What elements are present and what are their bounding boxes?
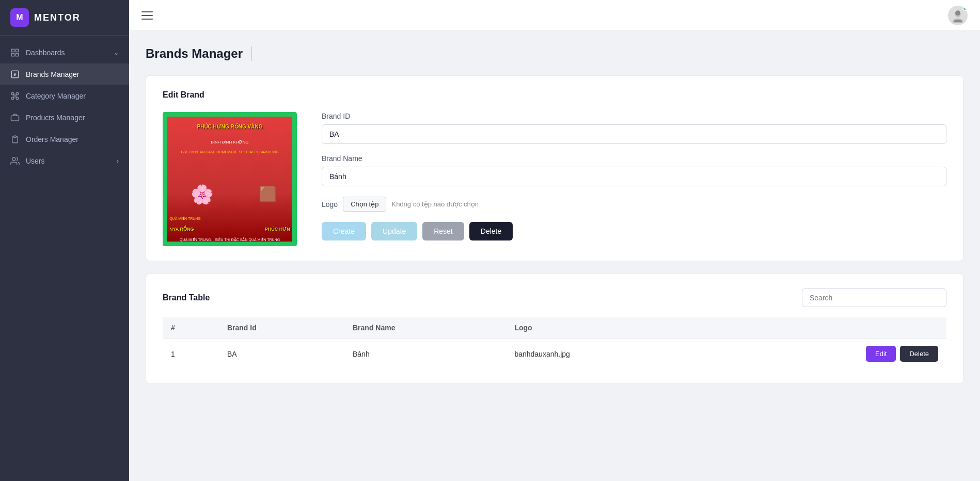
col-logo: Logo <box>506 317 703 339</box>
table-card-header: Brand Table <box>163 288 946 307</box>
delete-row-button[interactable]: Delete <box>900 346 938 362</box>
create-button[interactable]: Create <box>322 222 366 241</box>
users-icon <box>10 156 20 166</box>
brand-id-label: Brand ID <box>322 112 946 120</box>
svg-rect-0 <box>11 49 14 52</box>
chevron-down-icon: ⌄ <box>114 49 119 56</box>
sidebar-item-label: Products Manager <box>26 114 85 122</box>
brand-name-group: Brand Name <box>322 154 946 186</box>
decorative-flower: 🌸 <box>191 184 214 205</box>
cell-logo: banhdauxanh.jpg <box>506 339 703 370</box>
brand-image-preview: PHÚC HƯNG RỒNG VÀNG BÌNH ĐỊNH KHỚNG GREE… <box>163 112 297 246</box>
reset-button[interactable]: Reset <box>422 222 464 241</box>
decorative-box: 🟫 <box>259 186 277 203</box>
sidebar: M MENTOR Dashboards ⌄ Brands Manager Cat… <box>0 0 129 481</box>
svg-point-5 <box>14 95 17 98</box>
cell-brand-name: Bánh <box>344 339 506 370</box>
brand-name-label: Brand Name <box>322 154 946 163</box>
svg-rect-1 <box>16 49 19 52</box>
app-logo: M MENTOR <box>0 0 129 36</box>
sidebar-item-orders-manager[interactable]: Orders Manager <box>0 129 129 150</box>
col-brand-name: Brand Name <box>344 317 506 339</box>
svg-point-6 <box>11 92 14 95</box>
hamburger-icon[interactable] <box>141 11 153 20</box>
edit-row-button[interactable]: Edit <box>866 346 896 362</box>
table-header: # Brand Id Brand Name Logo <box>163 317 946 339</box>
table-body: 1 BA Bánh banhdauxanh.jpg Edit Delete <box>163 339 946 370</box>
svg-point-8 <box>11 97 14 100</box>
search-input[interactable] <box>802 288 946 307</box>
svg-point-7 <box>16 92 19 95</box>
svg-point-14 <box>955 10 960 15</box>
logo-icon: M <box>10 8 29 27</box>
sidebar-item-dashboards[interactable]: Dashboards ⌄ <box>0 42 129 63</box>
no-file-text: Không có tệp nào được chọn <box>391 200 479 208</box>
table-row: 1 BA Bánh banhdauxanh.jpg Edit Delete <box>163 339 946 370</box>
edit-brand-layout: PHÚC HƯNG RỒNG VÀNG BÌNH ĐỊNH KHỚNG GREE… <box>163 112 946 246</box>
col-actions <box>703 317 946 339</box>
brand-table: # Brand Id Brand Name Logo 1 BA Bánh ban… <box>163 317 946 369</box>
brand-table-title: Brand Table <box>163 293 210 302</box>
svg-point-9 <box>16 97 19 100</box>
brand-id-input[interactable] <box>322 124 946 144</box>
sidebar-item-users[interactable]: Users › <box>0 150 129 172</box>
svg-rect-3 <box>11 54 14 56</box>
choose-file-button[interactable]: Chọn tệp <box>343 197 386 212</box>
sidebar-item-category-manager[interactable]: Category Manager <box>0 85 129 107</box>
logo-label: Logo <box>322 200 338 209</box>
brand-fields: Brand ID Brand Name Logo Chọn tệp Không … <box>322 112 946 241</box>
col-brand-id: Brand Id <box>219 317 344 339</box>
cell-index: 1 <box>163 339 219 370</box>
brand-id-group: Brand ID <box>322 112 946 144</box>
svg-rect-10 <box>14 136 17 137</box>
sidebar-item-label: Orders Manager <box>26 135 78 143</box>
content-area: Brands Manager Edit Brand PHÚC HƯNG RỒNG… <box>129 31 980 481</box>
sidebar-item-label: Users <box>26 157 45 165</box>
topbar <box>129 0 980 31</box>
user-avatar <box>948 6 968 25</box>
page-title: Brands Manager <box>146 46 243 61</box>
online-indicator <box>962 6 968 11</box>
update-button[interactable]: Update <box>371 222 417 241</box>
cell-brand-id: BA <box>219 339 344 370</box>
svg-rect-2 <box>16 54 19 56</box>
dashboard-icon <box>10 48 20 57</box>
orders-icon <box>10 135 20 144</box>
chevron-right-icon: › <box>117 157 119 165</box>
brand-table-card: Brand Table # Brand Id Brand Name Logo 1 <box>146 274 963 384</box>
sidebar-item-label: Brands Manager <box>26 70 80 78</box>
brand-name-input[interactable] <box>322 167 946 186</box>
cell-actions: Edit Delete <box>703 339 946 370</box>
sidebar-item-label: Dashboards <box>26 49 65 57</box>
logo-upload-row: Logo Chọn tệp Không có tệp nào được chọn <box>322 197 946 212</box>
products-icon <box>10 113 20 122</box>
title-divider <box>251 46 252 61</box>
page-title-bar: Brands Manager <box>146 46 963 61</box>
edit-brand-title: Edit Brand <box>163 90 946 100</box>
row-actions: Edit Delete <box>712 346 938 362</box>
sidebar-item-label: Category Manager <box>26 92 86 100</box>
brands-icon <box>10 70 20 79</box>
main-area: Brands Manager Edit Brand PHÚC HƯNG RỒNG… <box>129 0 980 481</box>
product-image: PHÚC HƯNG RỒNG VÀNG BÌNH ĐỊNH KHỚNG GREE… <box>164 114 295 245</box>
app-name: MENTOR <box>34 12 81 23</box>
sidebar-item-brands-manager[interactable]: Brands Manager <box>0 63 129 85</box>
col-index: # <box>163 317 219 339</box>
action-buttons: Create Update Reset Delete <box>322 222 946 241</box>
delete-button[interactable]: Delete <box>469 222 513 241</box>
sidebar-item-products-manager[interactable]: Products Manager <box>0 107 129 129</box>
topbar-right <box>948 6 968 25</box>
sidebar-nav: Dashboards ⌄ Brands Manager Category Man… <box>0 36 129 178</box>
category-icon <box>10 91 20 101</box>
svg-point-11 <box>12 157 15 161</box>
edit-brand-card: Edit Brand PHÚC HƯNG RỒNG VÀNG BÌNH ĐỊNH… <box>146 75 963 261</box>
